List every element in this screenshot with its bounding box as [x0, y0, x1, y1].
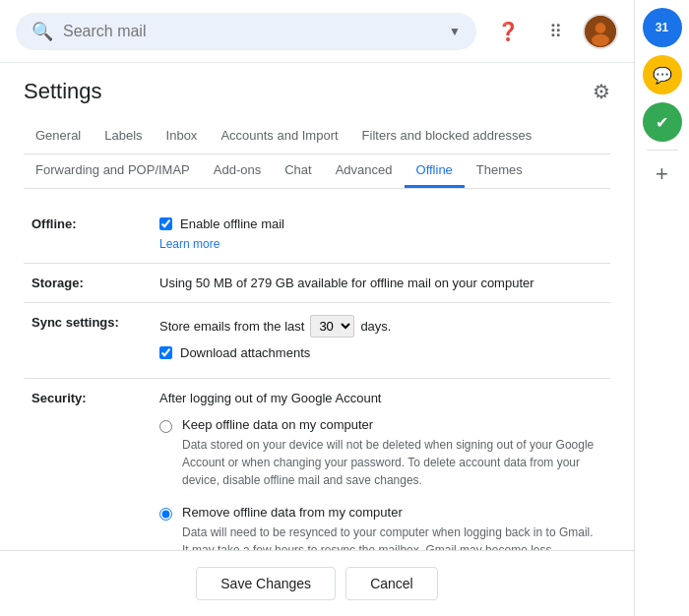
days-select[interactable]: 30 7 14 60 90	[310, 315, 354, 338]
remove-data-text: Remove offline data from my computer Dat…	[182, 505, 595, 550]
remove-data-title: Remove offline data from my computer	[182, 505, 595, 520]
tab-inbox[interactable]: Inbox	[155, 120, 210, 154]
calendar-icon: 31	[656, 21, 668, 34]
tabs-row1: General Labels Inbox Accounts and Import…	[24, 120, 610, 154]
sidebar-add-button[interactable]: +	[647, 158, 678, 190]
offline-row: Offline: Enable offline mail Learn more	[24, 205, 610, 264]
chat-icon: 💬	[653, 66, 672, 85]
security-label: Security:	[24, 379, 152, 551]
tab-forwarding[interactable]: Forwarding and POP/IMAP	[24, 154, 202, 188]
save-button[interactable]: Save Changes	[196, 567, 336, 600]
settings-container: Settings ⚙ General Labels Inbox Accounts…	[0, 63, 634, 550]
search-icon: 🔍	[31, 21, 53, 42]
days-suffix: days.	[360, 319, 391, 334]
apps-button[interactable]: ⠿	[535, 12, 575, 51]
settings-title: Settings	[24, 79, 102, 104]
topbar: 🔍 ▼ ❓ ⠿	[0, 0, 634, 63]
tab-labels[interactable]: Labels	[93, 120, 154, 154]
learn-more-link[interactable]: Learn more	[159, 237, 602, 251]
tab-addons[interactable]: Add-ons	[202, 154, 273, 188]
keep-data-radio[interactable]	[159, 420, 172, 433]
enable-offline-text: Enable offline mail	[180, 216, 284, 231]
remove-data-desc: Data will need to be resynced to your co…	[182, 524, 595, 550]
tab-offline[interactable]: Offline	[405, 154, 465, 188]
security-value: After logging out of my Google Account K…	[152, 379, 610, 551]
sync-label: Sync settings:	[24, 303, 152, 379]
download-attachments-text: Download attachments	[180, 345, 310, 360]
tabs-row2: Forwarding and POP/IMAP Add-ons Chat Adv…	[24, 154, 610, 189]
download-attachments-checkbox[interactable]	[159, 346, 172, 359]
sync-value: Store emails from the last 30 7 14 60 90…	[152, 303, 610, 379]
keep-data-desc: Data stored on your device will not be d…	[182, 436, 595, 489]
offline-value: Enable offline mail Learn more	[152, 205, 610, 264]
tab-advanced[interactable]: Advanced	[324, 154, 405, 188]
remove-data-option: Remove offline data from my computer Dat…	[159, 505, 602, 550]
storage-row: Storage: Using 50 MB of 279 GB available…	[24, 264, 610, 303]
meet-icon: ✔	[656, 113, 668, 132]
search-dropdown-icon[interactable]: ▼	[449, 25, 461, 38]
download-attachments-row: Download attachments	[159, 345, 602, 360]
sidebar-item-calendar[interactable]: 31	[643, 8, 682, 47]
tab-general[interactable]: General	[24, 120, 93, 154]
keep-data-option: Keep offline data on my computer Data st…	[159, 417, 602, 489]
offline-label: Offline:	[24, 205, 152, 264]
keep-data-text: Keep offline data on my computer Data st…	[182, 417, 595, 489]
right-sidebar: 31 💬 ✔ +	[634, 0, 689, 616]
gear-icon[interactable]: ⚙	[593, 80, 610, 103]
help-button[interactable]: ❓	[488, 12, 528, 51]
tab-filters[interactable]: Filters and blocked addresses	[350, 120, 544, 154]
sync-days-row: Store emails from the last 30 7 14 60 90…	[159, 315, 602, 338]
svg-point-2	[592, 33, 609, 45]
tab-themes[interactable]: Themes	[465, 154, 534, 188]
sidebar-divider	[647, 150, 678, 151]
search-input[interactable]	[63, 23, 439, 40]
store-prefix: Store emails from the last	[159, 319, 304, 334]
storage-value: Using 50 MB of 279 GB available for offl…	[152, 264, 610, 303]
tab-accounts[interactable]: Accounts and Import	[209, 120, 349, 154]
settings-table: Offline: Enable offline mail Learn more …	[24, 205, 610, 550]
search-bar[interactable]: 🔍 ▼	[16, 13, 476, 50]
sync-row: Sync settings: Store emails from the las…	[24, 303, 610, 379]
settings-header: Settings ⚙	[24, 79, 610, 104]
enable-offline-row: Enable offline mail	[159, 216, 602, 231]
storage-label: Storage:	[24, 264, 152, 303]
enable-offline-checkbox[interactable]	[159, 217, 172, 230]
svg-point-1	[595, 23, 606, 33]
keep-data-title: Keep offline data on my computer	[182, 417, 595, 432]
remove-data-radio[interactable]	[159, 508, 172, 521]
sidebar-item-chat[interactable]: 💬	[643, 55, 682, 94]
tab-chat[interactable]: Chat	[273, 154, 323, 188]
add-icon: +	[656, 161, 668, 187]
sidebar-item-meet[interactable]: ✔	[643, 102, 682, 142]
security-row: Security: After logging out of my Google…	[24, 379, 610, 551]
security-header: After logging out of my Google Account	[159, 391, 602, 405]
cancel-button[interactable]: Cancel	[345, 567, 438, 600]
topbar-icons: ❓ ⠿	[488, 12, 618, 51]
bottom-buttons: Save Changes Cancel	[0, 550, 634, 616]
avatar[interactable]	[583, 14, 618, 49]
